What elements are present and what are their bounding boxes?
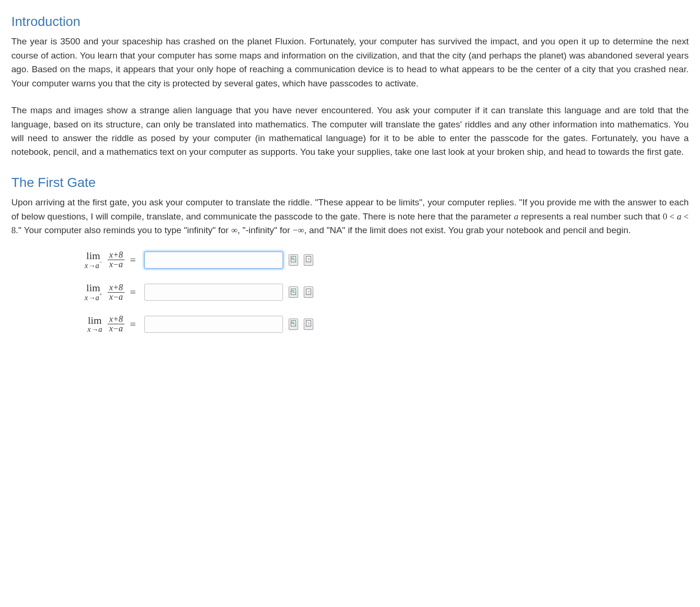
svg-text:?: ? — [307, 257, 309, 262]
help-icon: ? — [306, 288, 311, 296]
limit-expression: limx→a+x+8x−a= — [30, 283, 139, 302]
help-button[interactable]: ? — [304, 287, 313, 298]
section-title-introduction: Introduction — [11, 11, 689, 32]
preview-icon — [291, 256, 296, 264]
problem-block: limx→a−x+8x−a=?limx→a+x+8x−a=?limx→ax+8x… — [30, 251, 689, 333]
section-title-first-gate: The First Gate — [11, 172, 689, 193]
preview-icon — [291, 320, 296, 328]
help-icon: ? — [306, 320, 311, 328]
answer-input-2[interactable] — [144, 284, 283, 301]
help-icon: ? — [306, 256, 311, 264]
intro-paragraph-1: The year is 3500 and your spaceship has … — [11, 34, 689, 90]
help-button[interactable]: ? — [304, 319, 313, 330]
answer-input-1[interactable] — [144, 252, 283, 269]
limit-row: limx→a−x+8x−a=? — [30, 251, 689, 270]
preview-button[interactable] — [289, 254, 298, 266]
limit-row: limx→a+x+8x−a=? — [30, 283, 689, 302]
preview-button[interactable] — [289, 319, 298, 330]
limit-expression: limx→ax+8x−a= — [30, 315, 139, 333]
intro-paragraph-2: The maps and images show a strange alien… — [11, 103, 689, 159]
svg-text:?: ? — [307, 321, 309, 326]
limit-row: limx→ax+8x−a=? — [30, 315, 689, 333]
help-button[interactable]: ? — [304, 254, 313, 266]
answer-input-3[interactable] — [144, 316, 283, 333]
svg-text:?: ? — [307, 290, 309, 295]
gate1-paragraph: Upon arriving at the first gate, you ask… — [11, 195, 689, 237]
preview-icon — [291, 288, 296, 296]
preview-button[interactable] — [289, 287, 298, 298]
limit-expression: limx→a−x+8x−a= — [30, 251, 139, 270]
